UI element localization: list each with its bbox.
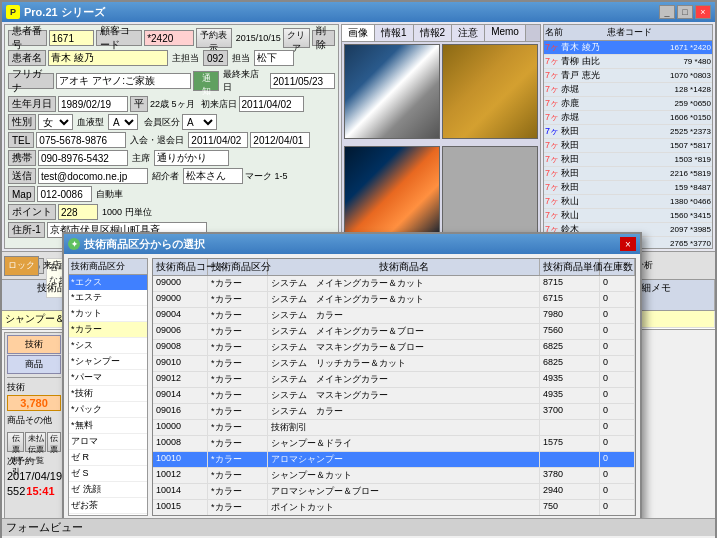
patient-id-input[interactable] [49, 30, 94, 46]
cat-item-ze-r[interactable]: ゼ R [69, 450, 147, 466]
list-item[interactable]: 7ヶ 秋田 1507 *5817 [544, 139, 712, 153]
photo-4[interactable] [442, 146, 538, 241]
nav-goods[interactable]: 商品 [7, 355, 61, 374]
top-section: 患者番号 顧客コード 予約表示 2015/10/15 クリア 削除 患者名 主担… [2, 22, 715, 252]
tab-info2[interactable]: 情報2 [414, 25, 453, 41]
list-item[interactable]: 7ヶ 秋山 1380 *0466 [544, 195, 712, 209]
kana-row: フリガナ 通知 最終来店日 [8, 68, 335, 94]
cat-item-este[interactable]: *エステ [69, 290, 147, 306]
modal-row[interactable]: 09000 *カラー システム メイキングカラー＆カット 6715 0 [153, 292, 635, 308]
list-item[interactable]: 7ヶ 青柳 由比 79 *480 [544, 55, 712, 69]
owner-label: 主席 [132, 152, 150, 165]
list-item[interactable]: 7ヶ 赤堀 1606 *0150 [544, 111, 712, 125]
gender-select[interactable]: 女男 [38, 114, 73, 130]
list-item[interactable]: 7ヶ 青戸 恵光 1070 *0803 [544, 69, 712, 83]
preview-button[interactable]: 予約表示 [196, 28, 232, 48]
cat-item-free[interactable]: *無料 [69, 418, 147, 434]
images-section: 画像 情報1 情報2 注意 Memo [341, 24, 541, 249]
nav-service[interactable]: 技術 [7, 335, 61, 354]
connect-button[interactable]: 通知 [193, 71, 218, 91]
cat-item-pack[interactable]: *パック [69, 402, 147, 418]
maximize-button[interactable]: □ [677, 5, 693, 19]
modal-row[interactable]: 10012 *カラー シャンプー＆カット 3780 0 [153, 468, 635, 484]
photo-2[interactable] [442, 44, 538, 139]
close-button[interactable]: × [695, 5, 711, 19]
ticket-button[interactable]: 伝票 [47, 432, 61, 452]
cat-item-sys[interactable]: *シス [69, 338, 147, 354]
modal-row[interactable]: 09004 *カラー システム カラー 7980 0 [153, 308, 635, 324]
modal-row[interactable]: 10008 *カラー シャンプー＆ドライ 1575 0 [153, 436, 635, 452]
map-label: Map [8, 186, 35, 202]
list-item[interactable]: 7ヶ 秋田 159 *8487 [544, 181, 712, 195]
kana-input[interactable] [56, 73, 191, 89]
list-button[interactable]: 未払伝票一覧 [25, 432, 46, 452]
patient-list-body: 7ヶ 青木 綾乃 1671 *2420 7ヶ 青柳 由比 79 *480 7ヶ … [544, 41, 712, 246]
cat-item-ze-cream[interactable]: ゼクリム [69, 514, 147, 516]
list-item[interactable]: 7ヶ 赤鹿 259 *0650 [544, 97, 712, 111]
minimize-button[interactable]: _ [659, 5, 675, 19]
title-bar-buttons: _ □ × [659, 5, 711, 19]
clear-button[interactable]: クリア [283, 28, 310, 48]
modal-row[interactable]: 09000 *カラー システム メイキングカラー＆カット 8715 0 [153, 276, 635, 292]
last-visit-input[interactable] [270, 73, 335, 89]
lock-group: ロック [4, 256, 39, 276]
modal-row[interactable]: 09010 *カラー システム リッチカラー＆カット 6825 0 [153, 356, 635, 372]
leave-date-input[interactable] [250, 132, 310, 148]
cat-item-ze-s[interactable]: ゼ S [69, 466, 147, 482]
main-window: P Pro.21 シリーズ _ □ × 患者番号 顧客コード 予約表示 2015… [0, 0, 717, 538]
category-list: 技術商品区分 *エクス *エステ *カット *カラー *シス *シャンプー *パ… [68, 258, 148, 516]
cat-item-tech[interactable]: *技術 [69, 386, 147, 402]
list-item[interactable]: 7ヶ 秋田 2525 *2373 [544, 125, 712, 139]
propagate-button[interactable]: 伝票割引 [7, 432, 24, 452]
tab-memo[interactable]: Memo [485, 25, 526, 41]
list-item[interactable]: 7ヶ 秋田 2216 *5819 [544, 167, 712, 181]
staff-input[interactable] [254, 50, 294, 66]
introducer-input[interactable] [183, 168, 243, 184]
photo-3[interactable] [344, 146, 440, 241]
join-date-input[interactable] [188, 132, 248, 148]
map-input[interactable] [37, 186, 92, 202]
cat-item-aroma[interactable]: アロマ [69, 434, 147, 450]
cat-header: 技術商品区分 [69, 259, 147, 275]
list-item[interactable]: 7ヶ 秋山 1560 *3415 [544, 209, 712, 223]
modal-body: 技術商品区分 *エクス *エステ *カット *カラー *シス *シャンプー *パ… [64, 254, 640, 520]
cat-item-ze-face[interactable]: ゼ 洗顔 [69, 482, 147, 498]
modal-row[interactable]: 10000 *カラー 技術割引 0 [153, 420, 635, 436]
modal-row[interactable]: 09008 *カラー システム マスキングカラー＆ブロー 6825 0 [153, 340, 635, 356]
blood-select[interactable]: ABOAB [108, 114, 138, 130]
modal-row-selected[interactable]: 10010 *カラー アロマシャンプー 0 [153, 452, 635, 468]
modal-close-button[interactable]: × [620, 237, 636, 251]
owner-input[interactable] [154, 150, 229, 166]
birthday-input[interactable] [58, 96, 128, 112]
images-tabs: 画像 情報1 情報2 注意 Memo [342, 25, 540, 42]
modal-row[interactable]: 09014 *カラー システム マスキングカラー 4935 0 [153, 388, 635, 404]
cat-item-ze-tea[interactable]: ぜお茶 [69, 498, 147, 514]
cat-item-cut[interactable]: *カット [69, 306, 147, 322]
division-select[interactable]: A [182, 114, 217, 130]
tab-note[interactable]: 注意 [452, 25, 485, 41]
cat-item-shampoo[interactable]: *シャンプー [69, 354, 147, 370]
lock-button[interactable]: ロック [4, 256, 39, 276]
tab-info1[interactable]: 情報1 [375, 25, 414, 41]
list-item[interactable]: 7ヶ 青木 綾乃 1671 *2420 [544, 41, 712, 55]
modal-row[interactable]: 09016 *カラー システム カラー 3700 0 [153, 404, 635, 420]
modal-row[interactable]: 10014 *カラー アロマシャンプー＆ブロー 2940 0 [153, 484, 635, 500]
modal-row[interactable]: 09012 *カラー システム メイキングカラー 4935 0 [153, 372, 635, 388]
cat-item-exs[interactable]: *エクス [69, 275, 147, 290]
gender-row: 性別 女男 血液型 ABOAB 会員区分 A [8, 114, 335, 130]
tel-input[interactable] [36, 132, 126, 148]
point-input[interactable] [58, 204, 98, 220]
list-item[interactable]: 7ヶ 赤堀 128 *1428 [544, 83, 712, 97]
patient-code-input[interactable] [144, 30, 194, 46]
modal-row[interactable]: 10015 *カラー ポイントカット 750 0 [153, 500, 635, 516]
modal-row[interactable]: 09006 *カラー システム メイキングカラー＆ブロー 7560 0 [153, 324, 635, 340]
mobile-input[interactable] [38, 150, 128, 166]
email-input[interactable] [38, 168, 148, 184]
cat-item-color[interactable]: *カラー [69, 322, 147, 338]
photo-1[interactable] [344, 44, 440, 139]
first-visit-input[interactable] [239, 96, 304, 112]
tab-images[interactable]: 画像 [342, 25, 375, 41]
cat-item-perm[interactable]: *パーマ [69, 370, 147, 386]
name-input[interactable] [48, 50, 168, 66]
list-item[interactable]: 7ヶ 秋田 1503 *819 [544, 153, 712, 167]
